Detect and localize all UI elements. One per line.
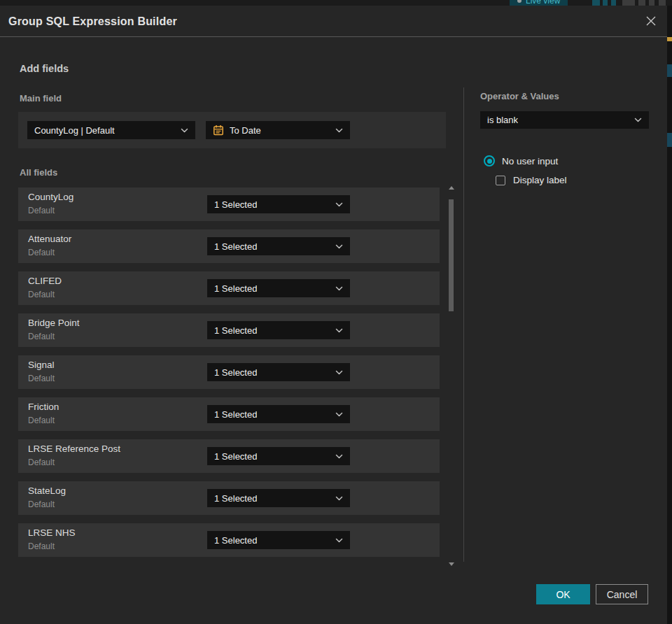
toolbar-fragment-icon — [638, 0, 645, 6]
operator-values-panel: Operator & Values is blank No user input… — [480, 91, 649, 129]
field-row-subtitle: Default — [28, 374, 55, 383]
toolbar-fragment-icon — [603, 0, 608, 6]
ok-button[interactable]: OK — [536, 584, 590, 604]
all-fields-list: CountyLog Default 1 Selected Attenuator … — [18, 187, 440, 565]
background-fragment — [667, 133, 672, 147]
fields-scrollbar — [448, 185, 454, 567]
field-row-name: Bridge Point — [28, 318, 80, 328]
field-row-selection-select[interactable]: 1 Selected — [207, 531, 350, 549]
chevron-down-icon — [330, 412, 343, 417]
field-row: LRSE NHS Default 1 Selected — [18, 523, 440, 557]
field-row-selection-select[interactable]: 1 Selected — [207, 447, 350, 465]
background-fragment — [667, 64, 672, 77]
main-field-panel: CountyLog | Default To Date — [18, 112, 446, 148]
main-field-label: Main field — [20, 93, 62, 104]
toolbar-fragment-icon — [592, 0, 600, 6]
field-row-subtitle: Default — [28, 458, 55, 467]
field-row-selection-value: 1 Selected — [214, 493, 257, 504]
chevron-down-icon — [330, 496, 343, 501]
field-row: Signal Default 1 Selected — [18, 355, 440, 389]
field-row-selection-value: 1 Selected — [214, 451, 257, 462]
field-type-select-value: To Date — [230, 125, 261, 136]
field-row: StateLog Default 1 Selected — [18, 481, 440, 515]
field-row-selection-value: 1 Selected — [214, 283, 257, 294]
field-row-selection-select[interactable]: 1 Selected — [207, 489, 350, 507]
display-label-text: Display label — [513, 175, 567, 185]
field-row-selection-value: 1 Selected — [214, 367, 257, 378]
chevron-down-icon — [629, 118, 642, 122]
background-right-strip — [667, 6, 672, 624]
field-row-subtitle: Default — [28, 416, 55, 425]
field-row-subtitle: Default — [28, 332, 55, 341]
live-view-label: Live view — [526, 0, 560, 6]
field-row-subtitle: Default — [28, 499, 55, 509]
field-row-name: LRSE Reference Post — [28, 444, 120, 454]
calendar-icon — [213, 125, 224, 136]
field-row-selection-value: 1 Selected — [214, 325, 257, 336]
all-fields-label: All fields — [20, 167, 57, 178]
field-type-select[interactable]: To Date — [206, 121, 350, 139]
field-row-selection-select[interactable]: 1 Selected — [207, 405, 350, 423]
no-user-input-radio[interactable]: No user input — [484, 155, 558, 166]
chevron-down-icon — [330, 202, 343, 207]
operator-select[interactable]: is blank — [480, 111, 649, 129]
field-row-selection-select[interactable]: 1 Selected — [207, 237, 350, 255]
operator-select-value: is blank — [487, 115, 518, 125]
toolbar-fragment-icon — [649, 0, 654, 6]
field-row-subtitle: Default — [28, 248, 55, 257]
chevron-down-icon — [330, 370, 343, 375]
checkbox-unchecked-icon — [496, 176, 505, 185]
field-row-subtitle: Default — [28, 541, 55, 551]
background-fragment — [667, 37, 672, 41]
main-field-select[interactable]: CountyLog | Default — [27, 121, 195, 139]
field-row-name: CLIFED — [28, 276, 62, 286]
chevron-down-icon — [330, 128, 343, 133]
cancel-button[interactable]: Cancel — [596, 584, 648, 604]
toolbar-fragment-icon — [611, 0, 616, 6]
field-row-selection-value: 1 Selected — [214, 535, 257, 546]
field-row-name: Friction — [28, 402, 59, 412]
field-row-subtitle: Default — [28, 290, 55, 299]
field-row-name: Signal — [28, 360, 55, 370]
group-sql-expression-builder-dialog: Group SQL Expression Builder Add fields … — [0, 6, 667, 624]
chevron-down-icon — [330, 244, 343, 249]
background-top-bar: Live view — [0, 0, 672, 6]
field-row-subtitle: Default — [28, 206, 55, 215]
field-row-selection-select[interactable]: 1 Selected — [207, 363, 350, 381]
field-row-selection-select[interactable]: 1 Selected — [207, 279, 350, 297]
scrollbar-thumb[interactable] — [449, 199, 454, 311]
display-label-checkbox[interactable]: Display label — [496, 175, 567, 185]
main-field-select-value: CountyLog | Default — [34, 125, 115, 136]
operator-values-label: Operator & Values — [480, 91, 649, 101]
toolbar-fragment-icon — [659, 0, 666, 6]
dialog-title: Group SQL Expression Builder — [8, 6, 177, 37]
chevron-down-icon — [330, 538, 343, 543]
toolbar-fragment-icon — [622, 0, 635, 6]
field-row-selection-value: 1 Selected — [214, 199, 257, 210]
field-row-selection-select[interactable]: 1 Selected — [207, 321, 350, 339]
chevron-down-icon — [330, 328, 343, 333]
field-row: CountyLog Default 1 Selected — [18, 187, 440, 221]
field-row: LRSE Reference Post Default 1 Selected — [18, 439, 440, 473]
scrollbar-up-arrow[interactable] — [448, 185, 454, 190]
chevron-down-icon — [330, 286, 343, 291]
chevron-down-icon — [175, 128, 188, 133]
field-row: Attenuator Default 1 Selected — [18, 229, 440, 263]
field-row-name: LRSE NHS — [28, 527, 76, 538]
live-view-dot-icon — [517, 0, 522, 3]
no-user-input-label: No user input — [502, 156, 558, 166]
field-row-name: StateLog — [28, 485, 66, 496]
field-row-name: CountyLog — [28, 192, 74, 202]
scrollbar-down-arrow[interactable] — [448, 561, 454, 567]
live-view-button: Live view — [510, 0, 568, 6]
field-row: Bridge Point Default 1 Selected — [18, 313, 440, 347]
field-row-name: Attenuator — [28, 234, 71, 244]
field-row: Friction Default 1 Selected — [18, 397, 440, 431]
panel-divider — [463, 87, 464, 562]
chevron-down-icon — [330, 454, 343, 459]
radio-selected-icon — [484, 155, 495, 166]
close-icon[interactable] — [644, 14, 658, 28]
dialog-header: Group SQL Expression Builder — [0, 6, 667, 37]
add-fields-heading: Add fields — [20, 63, 69, 74]
field-row-selection-select[interactable]: 1 Selected — [207, 195, 350, 213]
